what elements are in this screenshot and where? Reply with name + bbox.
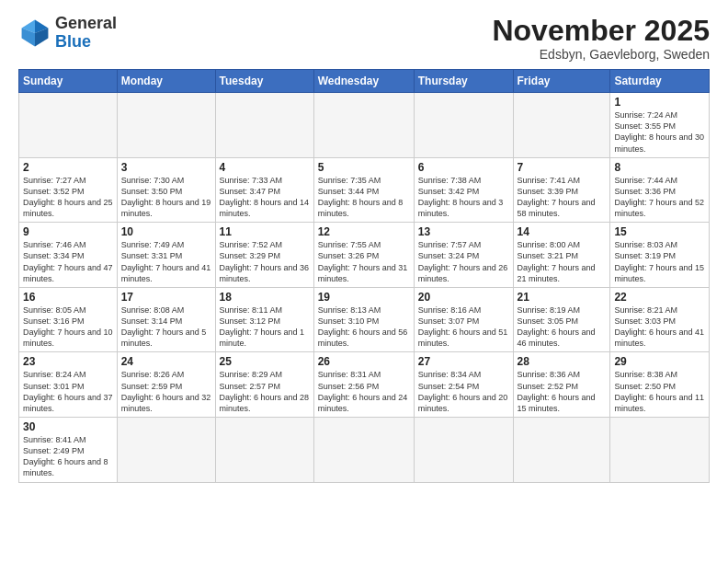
- logo: General Blue: [18, 15, 117, 52]
- day-cell: 26Sunrise: 8:31 AM Sunset: 2:56 PM Dayli…: [313, 352, 414, 418]
- day-info: Sunrise: 8:19 AM Sunset: 3:05 PM Dayligh…: [518, 304, 607, 350]
- weekday-header-thursday: Thursday: [414, 70, 513, 93]
- day-number: 17: [121, 291, 211, 304]
- day-info: Sunrise: 8:31 AM Sunset: 2:56 PM Dayligh…: [318, 369, 410, 414]
- logo-text: General Blue: [55, 15, 117, 52]
- day-number: 12: [318, 225, 410, 238]
- title-block: November 2025 Edsbyn, Gaevleborg, Sweden: [492, 15, 710, 62]
- day-cell: [313, 418, 414, 483]
- day-number: 9: [23, 225, 113, 238]
- day-number: 25: [220, 355, 310, 368]
- day-cell: [215, 418, 313, 483]
- day-info: Sunrise: 8:00 AM Sunset: 3:21 PM Dayligh…: [518, 239, 607, 284]
- day-cell: 5Sunrise: 7:35 AM Sunset: 3:44 PM Daylig…: [313, 157, 414, 223]
- day-info: Sunrise: 7:44 AM Sunset: 3:36 PM Dayligh…: [614, 175, 705, 220]
- day-cell: 18Sunrise: 8:11 AM Sunset: 3:12 PM Dayli…: [215, 287, 313, 352]
- day-info: Sunrise: 7:27 AM Sunset: 3:52 PM Dayligh…: [23, 175, 113, 220]
- day-number: 4: [220, 161, 310, 174]
- week-row-5: 23Sunrise: 8:24 AM Sunset: 3:01 PM Dayli…: [19, 352, 710, 418]
- day-info: Sunrise: 7:52 AM Sunset: 3:29 PM Dayligh…: [220, 239, 310, 284]
- day-number: 2: [23, 161, 113, 174]
- day-info: Sunrise: 8:11 AM Sunset: 3:12 PM Dayligh…: [220, 304, 310, 350]
- day-cell: 25Sunrise: 8:29 AM Sunset: 2:57 PM Dayli…: [215, 352, 313, 418]
- day-cell: 16Sunrise: 8:05 AM Sunset: 3:16 PM Dayli…: [19, 287, 118, 352]
- day-number: 15: [614, 225, 705, 238]
- day-number: 22: [614, 291, 705, 304]
- day-cell: 19Sunrise: 8:13 AM Sunset: 3:10 PM Dayli…: [313, 287, 414, 352]
- day-number: 13: [418, 225, 509, 238]
- day-cell: 22Sunrise: 8:21 AM Sunset: 3:03 PM Dayli…: [610, 287, 710, 352]
- day-info: Sunrise: 8:21 AM Sunset: 3:03 PM Dayligh…: [614, 304, 705, 350]
- day-number: 14: [518, 225, 607, 238]
- day-cell: [215, 93, 313, 158]
- day-cell: 24Sunrise: 8:26 AM Sunset: 2:59 PM Dayli…: [117, 352, 215, 418]
- week-row-6: 30Sunrise: 8:41 AM Sunset: 2:49 PM Dayli…: [19, 418, 710, 483]
- day-info: Sunrise: 8:34 AM Sunset: 2:54 PM Dayligh…: [418, 369, 509, 414]
- day-cell: 9Sunrise: 7:46 AM Sunset: 3:34 PM Daylig…: [19, 223, 118, 288]
- weekday-header-wednesday: Wednesday: [313, 70, 414, 93]
- day-info: Sunrise: 8:38 AM Sunset: 2:50 PM Dayligh…: [614, 369, 705, 414]
- day-number: 11: [220, 225, 310, 238]
- day-number: 26: [318, 355, 410, 368]
- day-cell: [610, 418, 710, 483]
- day-cell: 23Sunrise: 8:24 AM Sunset: 3:01 PM Dayli…: [19, 352, 118, 418]
- day-cell: 21Sunrise: 8:19 AM Sunset: 3:05 PM Dayli…: [513, 287, 610, 352]
- day-cell: 4Sunrise: 7:33 AM Sunset: 3:47 PM Daylig…: [215, 157, 313, 223]
- day-number: 16: [23, 291, 113, 304]
- day-info: Sunrise: 7:55 AM Sunset: 3:26 PM Dayligh…: [318, 239, 410, 284]
- day-cell: [19, 93, 118, 158]
- logo-icon: [18, 17, 51, 50]
- day-info: Sunrise: 8:05 AM Sunset: 3:16 PM Dayligh…: [23, 304, 113, 350]
- day-cell: 17Sunrise: 8:08 AM Sunset: 3:14 PM Dayli…: [117, 287, 215, 352]
- day-cell: [513, 93, 610, 158]
- day-info: Sunrise: 8:08 AM Sunset: 3:14 PM Dayligh…: [121, 304, 211, 350]
- day-number: 3: [121, 161, 211, 174]
- day-info: Sunrise: 8:26 AM Sunset: 2:59 PM Dayligh…: [121, 369, 211, 414]
- day-cell: [117, 93, 215, 158]
- day-cell: 27Sunrise: 8:34 AM Sunset: 2:54 PM Dayli…: [414, 352, 513, 418]
- day-number: 21: [518, 291, 607, 304]
- day-info: Sunrise: 8:13 AM Sunset: 3:10 PM Dayligh…: [318, 304, 410, 350]
- day-cell: 10Sunrise: 7:49 AM Sunset: 3:31 PM Dayli…: [117, 223, 215, 288]
- day-cell: 8Sunrise: 7:44 AM Sunset: 3:36 PM Daylig…: [610, 157, 710, 223]
- page: General Blue November 2025 Edsbyn, Gaevl…: [0, 0, 728, 563]
- day-cell: [414, 93, 513, 158]
- day-cell: 11Sunrise: 7:52 AM Sunset: 3:29 PM Dayli…: [215, 223, 313, 288]
- day-cell: 6Sunrise: 7:38 AM Sunset: 3:42 PM Daylig…: [414, 157, 513, 223]
- day-number: 27: [418, 355, 509, 368]
- day-number: 19: [318, 291, 410, 304]
- day-number: 6: [418, 161, 509, 174]
- day-number: 1: [614, 96, 705, 109]
- day-info: Sunrise: 8:29 AM Sunset: 2:57 PM Dayligh…: [220, 369, 310, 414]
- day-info: Sunrise: 8:24 AM Sunset: 3:01 PM Dayligh…: [23, 369, 113, 414]
- subtitle: Edsbyn, Gaevleborg, Sweden: [492, 47, 710, 62]
- day-cell: 28Sunrise: 8:36 AM Sunset: 2:52 PM Dayli…: [513, 352, 610, 418]
- day-cell: 20Sunrise: 8:16 AM Sunset: 3:07 PM Dayli…: [414, 287, 513, 352]
- day-info: Sunrise: 8:16 AM Sunset: 3:07 PM Dayligh…: [418, 304, 509, 350]
- weekday-header-monday: Monday: [117, 70, 215, 93]
- week-row-3: 9Sunrise: 7:46 AM Sunset: 3:34 PM Daylig…: [19, 223, 710, 288]
- day-number: 29: [614, 355, 705, 368]
- day-cell: 15Sunrise: 8:03 AM Sunset: 3:19 PM Dayli…: [610, 223, 710, 288]
- day-info: Sunrise: 7:30 AM Sunset: 3:50 PM Dayligh…: [121, 175, 211, 220]
- day-number: 30: [23, 420, 113, 433]
- day-cell: 30Sunrise: 8:41 AM Sunset: 2:49 PM Dayli…: [19, 418, 118, 483]
- day-info: Sunrise: 7:33 AM Sunset: 3:47 PM Dayligh…: [220, 175, 310, 220]
- week-row-1: 1Sunrise: 7:24 AM Sunset: 3:55 PM Daylig…: [19, 93, 710, 158]
- week-row-2: 2Sunrise: 7:27 AM Sunset: 3:52 PM Daylig…: [19, 157, 710, 223]
- month-title: November 2025: [492, 15, 710, 47]
- day-info: Sunrise: 8:36 AM Sunset: 2:52 PM Dayligh…: [518, 369, 607, 414]
- day-number: 28: [518, 355, 607, 368]
- day-number: 20: [418, 291, 509, 304]
- day-number: 18: [220, 291, 310, 304]
- weekday-header-friday: Friday: [513, 70, 610, 93]
- week-row-4: 16Sunrise: 8:05 AM Sunset: 3:16 PM Dayli…: [19, 287, 710, 352]
- day-cell: 12Sunrise: 7:55 AM Sunset: 3:26 PM Dayli…: [313, 223, 414, 288]
- day-number: 24: [121, 355, 211, 368]
- day-cell: 13Sunrise: 7:57 AM Sunset: 3:24 PM Dayli…: [414, 223, 513, 288]
- day-info: Sunrise: 7:35 AM Sunset: 3:44 PM Dayligh…: [318, 175, 410, 220]
- day-cell: 1Sunrise: 7:24 AM Sunset: 3:55 PM Daylig…: [610, 93, 710, 158]
- day-cell: 2Sunrise: 7:27 AM Sunset: 3:52 PM Daylig…: [19, 157, 118, 223]
- calendar: SundayMondayTuesdayWednesdayThursdayFrid…: [18, 69, 710, 482]
- header: General Blue November 2025 Edsbyn, Gaevl…: [18, 15, 710, 62]
